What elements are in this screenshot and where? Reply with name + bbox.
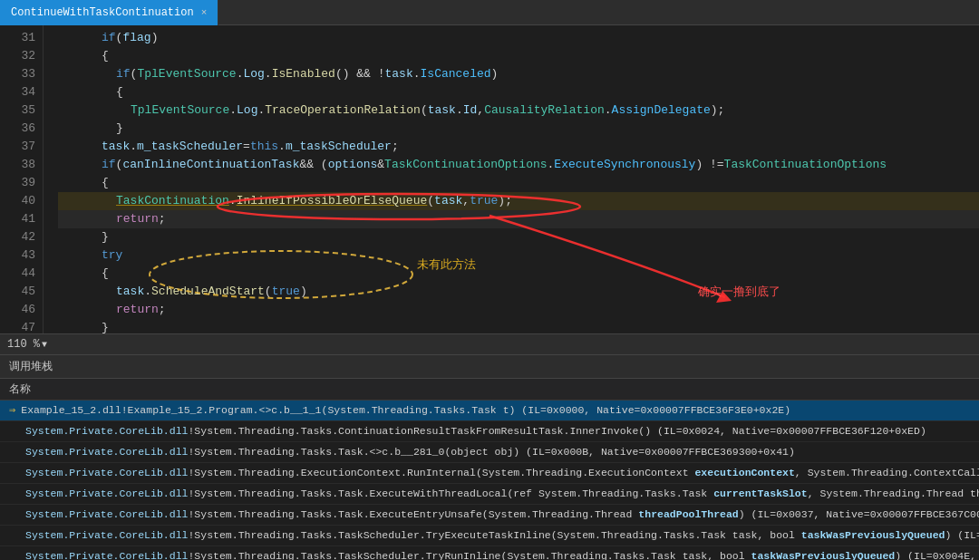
zoom-bar: 110 % ▼	[0, 333, 979, 355]
tab-title: ContinueWithTaskContinuation	[11, 6, 194, 19]
code-line-31: if (flag)	[58, 29, 979, 47]
call-stack-row[interactable]: System.Private.CoreLib.dll!System.Thread…	[0, 526, 979, 546]
line-numbers: 3132333435363738394041424344454647	[0, 25, 44, 333]
code-line-35: TplEventSource.Log.TraceOperationRelatio…	[58, 101, 979, 120]
code-line-43: try	[58, 246, 979, 265]
code-line-44: {	[58, 265, 979, 283]
code-line-38: if (canInlineContinuationTask && (option…	[58, 156, 979, 174]
code-line-39: {	[58, 174, 979, 192]
code-line-46: return;	[58, 301, 979, 319]
call-stack-row[interactable]: System.Private.CoreLib.dll!System.Thread…	[0, 546, 979, 560]
code-line-32: {	[58, 47, 979, 65]
call-stack-row[interactable]: System.Private.CoreLib.dll!System.Thread…	[0, 421, 979, 442]
zoom-dropdown-icon[interactable]: ▼	[42, 340, 47, 350]
zoom-level: 110 %	[7, 338, 40, 351]
code-editor: 3132333435363738394041424344454647 if (f…	[0, 25, 979, 333]
call-stack-panel: 调用堆栈 名称 ⇒Example_15_2.dll!Example_15_2.P…	[0, 355, 979, 560]
col-name: 名称	[9, 381, 31, 397]
call-stack-row[interactable]: System.Private.CoreLib.dll!System.Thread…	[0, 505, 979, 526]
tab-close-button[interactable]: ×	[201, 7, 208, 18]
call-stack-row[interactable]: System.Private.CoreLib.dll!System.Thread…	[0, 463, 979, 484]
column-header: 名称	[0, 379, 979, 401]
code-content: if (flag){if (TplEventSource.Log.IsEnabl…	[44, 25, 979, 333]
call-stack-rows[interactable]: ⇒Example_15_2.dll!Example_15_2.Program.<…	[0, 401, 979, 560]
tab-bar: ContinueWithTaskContinuation ×	[0, 0, 979, 25]
call-stack-row[interactable]: ⇒Example_15_2.dll!Example_15_2.Program.<…	[0, 401, 979, 421]
panel-title: 调用堆栈	[9, 361, 53, 373]
code-line-41: return;	[58, 210, 979, 228]
code-line-45: task.ScheduleAndStart(true)	[58, 283, 979, 301]
call-stack-row[interactable]: System.Private.CoreLib.dll!System.Thread…	[0, 484, 979, 505]
call-stack-row[interactable]: System.Private.CoreLib.dll!System.Thread…	[0, 442, 979, 463]
code-line-33: if (TplEventSource.Log.IsEnabled() && !t…	[58, 65, 979, 83]
code-line-37: task.m_taskScheduler = this.m_taskSchedu…	[58, 138, 979, 156]
code-line-42: }	[58, 228, 979, 246]
code-line-34: {	[58, 83, 979, 101]
code-line-40: TaskContinuation.InlineIfPossibleOrElseQ…	[58, 192, 979, 210]
active-tab[interactable]: ContinueWithTaskContinuation ×	[0, 0, 218, 25]
panel-header: 调用堆栈	[0, 355, 979, 379]
code-line-47: }	[58, 319, 979, 333]
code-line-36: }	[58, 120, 979, 138]
